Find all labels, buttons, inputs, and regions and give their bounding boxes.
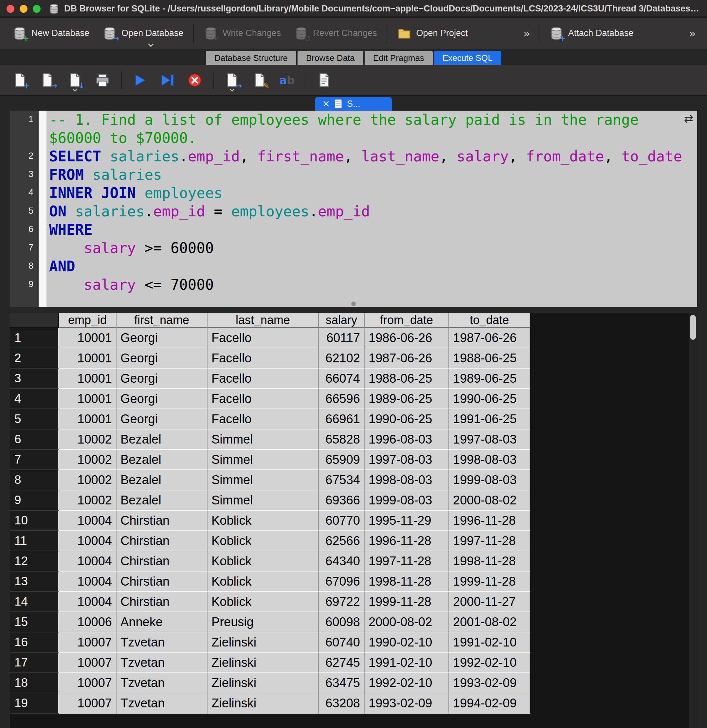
cell[interactable]: Facello [208, 348, 319, 368]
cell[interactable]: Georgi [117, 409, 208, 429]
zoom-window-button[interactable] [33, 5, 40, 13]
row-number[interactable]: 19 [10, 693, 59, 714]
open-database-dropdown-icon[interactable] [148, 42, 153, 47]
close-window-button[interactable] [7, 5, 14, 13]
cell[interactable]: 1992-02-10 [449, 653, 530, 673]
execute-all-button[interactable] [129, 69, 150, 92]
cell[interactable]: 10001 [59, 409, 117, 429]
cell[interactable]: Chirstian [117, 531, 208, 551]
cell[interactable]: 1997-08-03 [365, 450, 449, 470]
cell[interactable]: 62566 [319, 531, 365, 551]
cell[interactable]: 2000-08-02 [449, 490, 530, 511]
cell[interactable]: Facello [208, 328, 319, 348]
cell[interactable]: Koblick [208, 551, 319, 572]
cell[interactable]: Tzvetan [117, 693, 208, 714]
cell[interactable]: 62102 [319, 348, 365, 368]
editor-line[interactable]: 6WHERE [10, 221, 697, 239]
cell[interactable]: 65828 [319, 429, 365, 450]
cell[interactable]: 64340 [319, 551, 365, 572]
cell[interactable]: 1999-08-03 [449, 470, 530, 490]
save-sql-file-button[interactable]: ↓ [64, 69, 86, 92]
cell[interactable]: 1991-02-10 [365, 653, 449, 673]
cell[interactable]: 1999-11-28 [365, 592, 449, 612]
cell[interactable]: 1994-02-09 [449, 693, 530, 714]
editor-corner-icon[interactable]: ⇄ [684, 112, 694, 125]
open-project-button[interactable]: Open Project [391, 18, 474, 49]
cell[interactable]: 1986-06-26 [365, 328, 449, 348]
cell[interactable]: 10001 [59, 328, 117, 348]
cell[interactable]: Koblick [208, 592, 319, 612]
row-number[interactable]: 4 [10, 389, 59, 409]
editor-line[interactable]: 9 salary <= 70000 [10, 276, 697, 294]
row-number[interactable]: 11 [10, 531, 59, 551]
cell[interactable]: 10001 [59, 348, 117, 368]
editor-line[interactable]: 3FROM salaries [10, 166, 697, 184]
cell[interactable]: Facello [208, 389, 319, 409]
cell[interactable]: 1998-11-28 [365, 572, 449, 592]
code-text[interactable]: FROM salaries [46, 166, 697, 184]
cell[interactable]: 66074 [319, 368, 365, 389]
cell[interactable]: Simmel [208, 429, 319, 450]
row-number[interactable]: 3 [10, 368, 59, 389]
column-header-first_name[interactable]: first_name [117, 313, 208, 328]
cell[interactable]: 1998-08-03 [365, 470, 449, 490]
cell[interactable]: Preusig [208, 612, 319, 633]
cell[interactable]: 1998-11-28 [449, 551, 530, 572]
cell[interactable]: 10007 [59, 653, 117, 673]
cell[interactable]: 10001 [59, 389, 117, 409]
code-text[interactable]: INNER JOIN employees [46, 184, 697, 202]
cell[interactable]: Simmel [208, 450, 319, 470]
row-number[interactable]: 7 [10, 450, 59, 470]
row-number[interactable]: 6 [10, 429, 59, 450]
column-header-emp_id[interactable]: emp_id [59, 313, 117, 328]
cell[interactable]: 1996-11-28 [449, 511, 530, 531]
cell[interactable]: 1997-11-28 [449, 531, 530, 551]
splitter[interactable] [0, 307, 707, 313]
cell[interactable]: 1996-08-03 [365, 429, 449, 450]
cell[interactable]: 67096 [319, 572, 365, 592]
code-text[interactable]: -- 1. Find a list of employees where the… [46, 111, 697, 147]
cell[interactable]: Zielinski [208, 633, 319, 653]
cell[interactable]: 66596 [319, 389, 365, 409]
cell[interactable]: Koblick [208, 531, 319, 551]
cell[interactable]: 2001-08-02 [449, 612, 530, 633]
cell[interactable]: 60740 [319, 633, 365, 653]
row-number[interactable]: 13 [10, 572, 59, 592]
cell[interactable]: Simmel [208, 490, 319, 511]
cell[interactable]: 1992-02-10 [365, 673, 449, 693]
cell[interactable]: Anneke [117, 612, 208, 633]
row-number[interactable]: 10 [10, 511, 59, 531]
cell[interactable]: 10002 [59, 470, 117, 490]
column-header-salary[interactable]: salary [319, 313, 365, 328]
cell[interactable]: Zielinski [208, 673, 319, 693]
cell[interactable]: 63208 [319, 693, 365, 714]
cell[interactable]: 1996-11-28 [365, 531, 449, 551]
editor-line[interactable]: 7 salary >= 60000 [10, 239, 697, 257]
cell[interactable]: 1989-06-25 [449, 368, 530, 389]
cell[interactable]: 10007 [59, 673, 117, 693]
open-recent-sql-button[interactable]: → [221, 69, 243, 92]
tab-database-structure[interactable]: Database Structure [206, 51, 296, 65]
tab-execute-sql[interactable]: Execute SQL [434, 51, 501, 65]
cell[interactable]: Georgi [117, 328, 208, 348]
cell[interactable]: 10004 [59, 511, 117, 531]
horizontal-scrollbar-thumb[interactable] [351, 302, 356, 306]
sql-file-tab[interactable]: × S... [315, 97, 392, 111]
cell[interactable]: 10002 [59, 429, 117, 450]
cell[interactable]: 1991-02-10 [449, 633, 530, 653]
row-number[interactable]: 12 [10, 551, 59, 572]
cell[interactable]: Facello [208, 368, 319, 389]
cell[interactable]: Zielinski [208, 653, 319, 673]
column-header-from_date[interactable]: from_date [365, 313, 449, 328]
new-database-button[interactable]: + New Database [6, 18, 96, 49]
format-sql-button[interactable] [313, 69, 335, 92]
code-text[interactable]: WHERE [46, 221, 697, 239]
vertical-scrollbar-thumb[interactable] [690, 315, 696, 340]
cell[interactable]: 60117 [319, 328, 365, 348]
row-number[interactable]: 18 [10, 673, 59, 693]
editor-line[interactable]: 8AND [10, 257, 697, 276]
cell[interactable]: Chirstian [117, 592, 208, 612]
cell[interactable]: Tzvetan [117, 653, 208, 673]
cell[interactable]: Tzvetan [117, 673, 208, 693]
cell[interactable]: 69366 [319, 490, 365, 511]
